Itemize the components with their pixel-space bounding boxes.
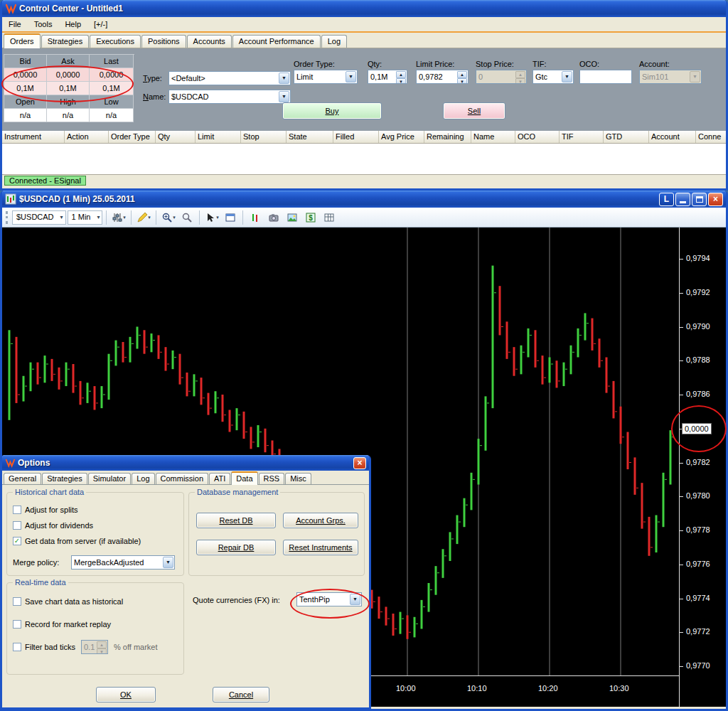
menu-file[interactable]: File: [2, 19, 28, 29]
col-order-type[interactable]: Order Type: [109, 131, 156, 143]
spin-up-icon[interactable]: ▲: [457, 71, 467, 78]
col-instrument[interactable]: Instrument: [2, 131, 65, 143]
col-stop[interactable]: Stop: [241, 131, 287, 143]
chevron-down-icon[interactable]: ▼: [279, 91, 289, 102]
orders-grid-body[interactable]: [2, 144, 726, 175]
ok-button[interactable]: OK: [96, 687, 156, 702]
tab-log[interactable]: Log: [321, 35, 347, 48]
close-icon[interactable]: ×: [353, 457, 366, 469]
record-market-replay-checkbox[interactable]: Record for market replay: [13, 620, 111, 629]
toolbar-instrument-select[interactable]: $USDCAD: [12, 210, 66, 225]
tab-commission[interactable]: Commission: [156, 473, 209, 484]
get-data-from-server-checkbox[interactable]: ✓ Get data from server (if available): [13, 537, 141, 545]
tab-accounts[interactable]: Accounts: [187, 35, 232, 48]
tab-data[interactable]: Data: [231, 471, 257, 485]
tab-strategies[interactable]: Strategies: [42, 473, 87, 484]
chevron-down-icon[interactable]: ▼: [562, 71, 572, 82]
tab-misc[interactable]: Misc: [285, 473, 311, 484]
save-image-icon[interactable]: [284, 210, 301, 225]
quote-currencies-select[interactable]: TenthPip ▼: [296, 592, 362, 606]
oco-input[interactable]: [579, 70, 632, 84]
reset-instruments-button[interactable]: Reset Instruments: [283, 540, 358, 555]
chart-trader-icon[interactable]: [222, 210, 239, 225]
repair-db-button[interactable]: Repair DB: [196, 540, 276, 555]
zoom-in-icon[interactable]: [160, 210, 177, 225]
checkbox-icon[interactable]: [13, 506, 21, 514]
bid-price[interactable]: 0,0000: [4, 68, 47, 82]
tab-simulator[interactable]: Simulator: [88, 473, 131, 484]
reset-db-button[interactable]: Reset DB: [196, 513, 276, 528]
control-center-titlebar[interactable]: Control Center - Untitled1: [2, 0, 726, 17]
options-titlebar[interactable]: Options ×: [2, 455, 369, 471]
tif-select[interactable]: Gtc ▼: [532, 70, 574, 84]
checkbox-icon[interactable]: [13, 521, 21, 530]
adjust-dividends-checkbox[interactable]: Adjust for dividends: [13, 521, 93, 530]
menu-expand-collapse[interactable]: [+/-]: [87, 19, 114, 29]
col-avg-price[interactable]: Avg Price: [379, 131, 424, 143]
col-qty[interactable]: Qty: [156, 131, 196, 143]
spin-down-icon[interactable]: ▼: [457, 78, 467, 84]
tab-account-performance[interactable]: Account Performance: [232, 35, 321, 48]
filter-bad-ticks-checkbox[interactable]: Filter bad ticks: [13, 643, 75, 651]
merge-policy-select[interactable]: MergeBackAdjusted ▼: [71, 555, 175, 570]
col-oco[interactable]: OCO: [515, 131, 560, 143]
bid-size[interactable]: 0,1M: [4, 82, 47, 95]
tab-orders[interactable]: Orders: [4, 33, 41, 48]
bar-style-icon[interactable]: [247, 210, 264, 225]
sell-button[interactable]: Sell: [443, 102, 505, 119]
snapshot-icon[interactable]: [265, 210, 282, 225]
tab-strategies[interactable]: Strategies: [41, 35, 90, 48]
minimize-button[interactable]: [675, 193, 690, 206]
tab-rss[interactable]: RSS: [259, 473, 285, 484]
checkbox-icon[interactable]: [13, 597, 21, 606]
col-name[interactable]: Name: [471, 131, 515, 143]
tab-log[interactable]: Log: [132, 473, 154, 484]
ask-size[interactable]: 0,1M: [47, 82, 90, 95]
cancel-button[interactable]: Cancel: [213, 687, 269, 702]
last-size[interactable]: 0,1M: [90, 82, 134, 95]
tab-positions[interactable]: Positions: [141, 35, 186, 48]
menu-help[interactable]: Help: [58, 19, 87, 29]
menu-tools[interactable]: Tools: [28, 19, 59, 29]
tab-ati[interactable]: ATI: [209, 473, 230, 484]
col-connection[interactable]: Conne: [696, 131, 726, 143]
spin-up-icon[interactable]: ▲: [396, 71, 406, 78]
maximize-button[interactable]: [692, 193, 707, 206]
zoom-region-icon[interactable]: [178, 210, 196, 225]
account-grps-button[interactable]: Account Grps.: [283, 513, 358, 528]
adjust-splits-checkbox[interactable]: Adjust for splits: [13, 506, 78, 514]
save-chart-data-checkbox[interactable]: Save chart data as historical: [13, 597, 123, 606]
checkbox-icon[interactable]: [13, 620, 21, 629]
col-state[interactable]: State: [287, 131, 333, 143]
col-tif[interactable]: TIF: [560, 131, 604, 143]
checkbox-icon[interactable]: ✓: [13, 537, 21, 545]
link-button[interactable]: L: [659, 193, 674, 206]
close-button[interactable]: ×: [708, 193, 723, 206]
type-select[interactable]: <Default> ▼: [168, 71, 291, 85]
chevron-down-icon[interactable]: ▼: [346, 71, 356, 82]
account-dollar-icon[interactable]: $: [302, 210, 319, 225]
tab-general[interactable]: General: [4, 473, 41, 484]
chart-titlebar[interactable]: $USDCAD (1 Min) 25.05.2011 L ×: [2, 191, 726, 208]
chart-properties-icon[interactable]: [110, 210, 127, 225]
price-axis[interactable]: 0,97940,97920,97900,97880,97860,97840,97…: [679, 228, 726, 707]
col-remaining[interactable]: Remaining: [424, 131, 471, 143]
spin-down-icon[interactable]: ▼: [396, 78, 406, 84]
col-limit[interactable]: Limit: [196, 131, 241, 143]
limit-price-stepper[interactable]: 0,9782 ▲▼: [416, 70, 469, 84]
tab-executions[interactable]: Executions: [90, 35, 141, 48]
instrument-select[interactable]: $USDCAD ▼: [168, 90, 291, 104]
col-gtd[interactable]: GTD: [604, 131, 649, 143]
checkbox-icon[interactable]: [13, 643, 21, 651]
col-account[interactable]: Account: [649, 131, 696, 143]
cursor-icon[interactable]: [203, 210, 220, 225]
order-type-select[interactable]: Limit ▼: [294, 70, 358, 84]
drawing-tools-icon[interactable]: [135, 210, 152, 225]
chevron-down-icon[interactable]: ▼: [279, 73, 289, 84]
buy-button[interactable]: Buy: [282, 102, 382, 119]
qty-stepper[interactable]: 0,1M ▲▼: [368, 70, 407, 84]
last-price[interactable]: 0,0000: [90, 68, 134, 82]
chevron-down-icon[interactable]: ▼: [163, 557, 173, 568]
data-grid-icon[interactable]: [321, 210, 338, 225]
ask-price[interactable]: 0,0000: [47, 68, 90, 82]
